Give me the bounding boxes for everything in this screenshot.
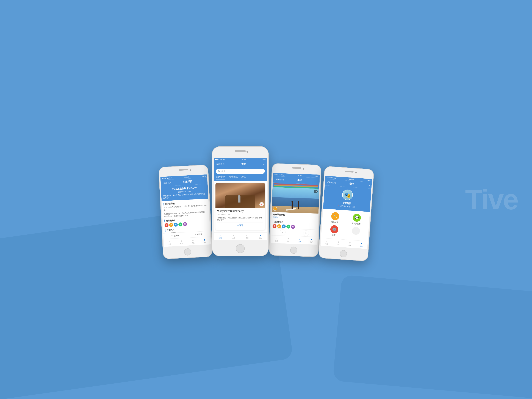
nav-dots-article[interactable]: ··· — [203, 179, 206, 183]
tab-profile-home[interactable]: 👤 我的 — [259, 234, 262, 239]
interested-title-images: 感兴趣的人 — [273, 221, 317, 225]
img-avatar-3: 乔 — [282, 224, 286, 228]
phone-camera-4 — [355, 172, 357, 174]
tab-image-label-profile: 美图 — [348, 244, 351, 247]
nav-title-profile: 我的 — [349, 182, 354, 186]
interested-label: 感兴趣 — [174, 234, 179, 237]
tab-share-home[interactable]: ⊞ 共享 — [232, 234, 235, 239]
battery-images: 100% — [315, 175, 318, 177]
tab-share-profile[interactable]: ⊞ 共享 — [337, 241, 340, 246]
card-comment-btn-home[interactable]: 去评论 — [217, 222, 263, 228]
avatar-1-article: 保 — [165, 223, 169, 227]
card-body-home: Vicaya业主周末大Party 2017/03/25 15:13 相逢是缘分，… — [215, 208, 265, 230]
nav-back-images[interactable]: < 返回 关闭 — [274, 178, 284, 181]
bottom-tabs-home: ⌂ 主页 ⊞ 共享 ⊡ 美图 👤 我的 — [214, 233, 267, 240]
bottom-tabs-images: ⌂ 主页 ⊞ 共享 ⊡ 美图 👤 我的 — [271, 235, 318, 245]
action-settings[interactable]: ⚙️ 设置 — [324, 225, 344, 237]
nav-title-article: 文章详情 — [183, 180, 193, 184]
category-tabs-home: 房产中介 网球教练 牙医 — [214, 175, 267, 181]
phone-camera-3 — [303, 168, 304, 170]
edit-btn[interactable]: ✏ — [303, 230, 309, 236]
tab-mine-profile[interactable]: 👤 我的 — [360, 242, 363, 247]
cat-tab-1-home[interactable]: 房产中介 — [216, 175, 225, 179]
article-section-body-1: 作为一名名声在外的台湾人，梁文通先生的基本素养一定是有的。 — [164, 204, 207, 211]
nav-title-images: 美图 — [297, 178, 302, 182]
nav-dots-home[interactable]: ··· — [263, 163, 265, 166]
action-interested[interactable]: ♡ 感兴趣 — [171, 234, 179, 237]
signal-images: ●●●●● WeChat — [274, 174, 284, 176]
settings-label: 设置 — [332, 234, 336, 237]
nav-dots-profile[interactable]: ··· — [367, 184, 370, 187]
tab-home-profile[interactable]: ⌂ 主页 — [325, 240, 328, 245]
figure-2 — [298, 201, 299, 209]
tab-profile-images[interactable]: 👤 我的 — [310, 238, 313, 243]
signal-article: ●●●●● WeChat — [162, 177, 172, 179]
nav-back-home[interactable]: < 返回 关闭 — [215, 163, 224, 165]
cat-tab-3-home[interactable]: 牙医 — [241, 175, 246, 179]
dots-icon-profile: ··· — [355, 229, 357, 233]
location-text: 17号楼·7单元·1702宫 — [340, 205, 355, 208]
my-comment-icon: ✏️ — [331, 212, 339, 221]
share-icon-images: ⊞ — [287, 237, 290, 240]
more-icon: ··· — [352, 227, 360, 235]
card-heart-btn[interactable]: ♥ — [260, 202, 264, 206]
phone-camera-1 — [190, 169, 191, 171]
phone-speaker-1 — [179, 169, 188, 171]
nav-back-profile[interactable]: < 返回 关闭 — [327, 181, 336, 184]
tab-share-label-images: 共享 — [287, 240, 290, 242]
tab-image-profile[interactable]: ⊡ 美图 — [348, 241, 351, 247]
nav-bar-home: < 返回 关闭 首页 ··· — [214, 161, 267, 167]
card-title-home: Vicaya业主周末大Party — [217, 210, 263, 213]
profile-icon-article: 👤 — [203, 238, 206, 241]
signal-profile: ●●●●● WeChat — [327, 177, 336, 179]
action-more[interactable]: ··· — [345, 226, 366, 239]
nav-back-article[interactable]: < 返回 关闭 — [162, 181, 172, 184]
tab-share-images[interactable]: ⊞ 共享 — [287, 237, 290, 242]
profile-header: 🎭 利拉德 📍 17号楼·7单元·1702宫 — [323, 185, 372, 212]
tab-home-home[interactable]: ⌂ 主页 — [219, 234, 222, 239]
figure-1 — [291, 201, 293, 209]
tab-image-home[interactable]: ⊡ 美图 — [246, 234, 248, 239]
action-received-reply[interactable]: 💬 收到的回复 — [346, 213, 367, 226]
interested-people-article: 感兴趣的人 保 罗 乔 治 利 — [165, 217, 208, 227]
phone-article-detail: ●●●●● WeChat 1:21 AM 100% < 返回 关闭 文章详情 ·… — [158, 165, 213, 259]
tab-profile-article[interactable]: 👤 我的 — [203, 238, 206, 243]
time-home: 1:21 AM — [241, 159, 246, 160]
tab-home-images[interactable]: ⌂ 主页 — [275, 237, 278, 242]
tab-image-label-images: 美图 — [298, 241, 301, 243]
tab-image-label: 美图 — [246, 237, 248, 239]
location-icon: 📍 — [338, 205, 340, 207]
phone-speaker-4 — [345, 171, 354, 172]
tab-image-article[interactable]: ⊡ 美图 — [191, 239, 195, 244]
edit-icon-profile: ✏️ — [333, 214, 337, 218]
action-my-comment[interactable]: ✏️ 我的评论 — [325, 212, 345, 224]
article-desc: 相逢是缘分，聚会是情缘。亲爱的们，世界末日已过,地球还未灭亡！ — [163, 193, 206, 199]
action-comment[interactable]: ✏ 写评论 — [195, 233, 202, 236]
nav-dots-images[interactable]: ··· — [316, 179, 318, 182]
tab-share-label: 共享 — [232, 237, 235, 239]
card-image-home: ♥ — [215, 183, 265, 208]
like-btn[interactable]: ♥ — [280, 229, 285, 235]
battery-home: 100% — [262, 159, 266, 160]
tab-share-article[interactable]: ⊞ 共享 — [180, 239, 183, 245]
image-icon-profile: ⊡ — [348, 241, 351, 244]
home-icon-home: ⌂ — [219, 234, 222, 237]
home-btn-4[interactable] — [340, 250, 347, 258]
phone-camera-2 — [247, 151, 248, 153]
profile-actions: ✏️ 我的评论 💬 收到的回复 ⚙️ 设置 — [321, 209, 370, 242]
tab-image-images[interactable]: ⊡ 美图 — [298, 238, 301, 243]
article-section-body-2: 从廖信忠到梁文通，这一代台湾人似乎统统喜欢由细节说起：要么是抡出一条血淋淋的事实… — [164, 211, 208, 218]
my-comment-label: 我的评论 — [331, 221, 338, 224]
phone-speaker-2 — [235, 150, 246, 152]
home-btn-1[interactable] — [184, 248, 191, 256]
home-btn-2[interactable] — [236, 244, 245, 253]
home-btn-3[interactable] — [290, 247, 298, 254]
share-icon-article: ⊞ — [180, 239, 183, 242]
search-input-home[interactable]: 🔍 搜索 — [216, 169, 265, 174]
cat-tab-2-home[interactable]: 网球教练 — [228, 175, 238, 179]
search-icon-home: 🔍 — [218, 170, 221, 172]
search-placeholder-home: 搜索 — [222, 170, 225, 173]
image-author-avatar — [273, 207, 277, 211]
time-article: 1:21 AM — [184, 176, 190, 178]
tab-home-article[interactable]: ⌂ 主页 — [168, 240, 171, 245]
